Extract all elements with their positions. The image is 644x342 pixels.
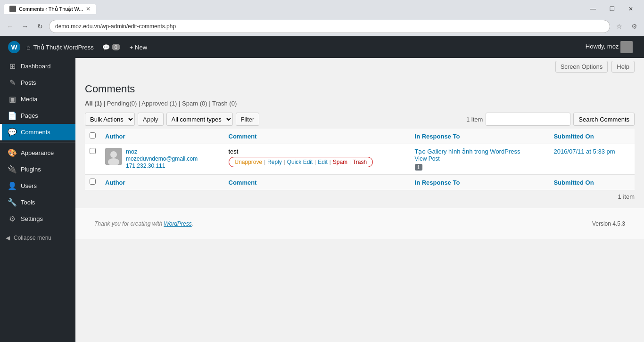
sidebar-item-settings[interactable]: ⚙ Settings: [0, 211, 75, 227]
col-submitted-header[interactable]: Submitted On: [549, 129, 635, 144]
filter-all-link[interactable]: All (1): [85, 100, 104, 107]
bookmark-button[interactable]: ☆: [613, 20, 625, 33]
footer-version: Version 4.5.3: [583, 213, 635, 235]
row-checkbox[interactable]: [90, 148, 96, 154]
browser-tab[interactable]: Comments ‹ Thủ Thuật W... ✕: [4, 4, 96, 14]
view-post-link[interactable]: View Post: [415, 155, 440, 162]
select-all-checkbox[interactable]: [90, 132, 96, 138]
footer-select-all-checkbox[interactable]: [90, 179, 96, 185]
comment-type-select[interactable]: All comment types: [166, 113, 233, 126]
howdy-text: Howdy, moz: [586, 43, 619, 50]
bulk-actions-select[interactable]: Bulk Actions: [85, 113, 135, 126]
tab-title: Comments ‹ Thủ Thuật W...: [19, 6, 83, 12]
trash-link[interactable]: Trash: [351, 159, 369, 165]
table-body: moz mozeduvndemo@gmail.com 171.232.30.11…: [85, 144, 635, 175]
response-title-link[interactable]: Tạo Gallery hình ảnh trong WordPress: [415, 148, 520, 155]
admin-bar-new[interactable]: + New: [125, 44, 152, 51]
edit-link[interactable]: Edit: [316, 159, 330, 165]
url-bar[interactable]: demo.moz.edu.vn/wp-admin/edit-comments.p…: [49, 20, 610, 33]
sidebar-item-users[interactable]: 👤 Users: [0, 178, 75, 194]
settings-icon: ⚙: [8, 214, 17, 223]
footer-col-author[interactable]: Author: [100, 175, 224, 190]
admin-bar-site[interactable]: ⌂ Thủ Thuật WordPress: [23, 43, 98, 51]
admin-bar-comments[interactable]: 💬 0: [98, 44, 125, 51]
sidebar-item-media[interactable]: ▣ Media: [0, 91, 75, 107]
footer-note: Thank you for creating with WordPress.: [85, 213, 203, 235]
author-info: moz mozeduvndemo@gmail.com 171.232.30.11…: [105, 148, 219, 169]
help-button[interactable]: Help: [611, 61, 635, 73]
quick-edit-link[interactable]: Quick Edit: [285, 159, 315, 165]
sep1: |: [104, 100, 107, 107]
site-name: Thủ Thuật WordPress: [33, 44, 93, 51]
filter-pending-link[interactable]: Pending(0): [107, 100, 139, 107]
author-name-link[interactable]: moz: [126, 148, 138, 155]
sidebar-menu: ⊞ Dashboard ✎ Posts ▣ Media 📄 Pages 💬 Co…: [0, 58, 75, 227]
url-text: demo.moz.edu.vn/wp-admin/edit-comments.p…: [55, 23, 604, 30]
comment-icon: 💬: [102, 44, 110, 51]
content-area: Comments All (1) | Pending(0) | Approved…: [75, 75, 644, 208]
comment-count-badge: 0: [112, 44, 120, 50]
back-button[interactable]: ←: [4, 20, 16, 33]
apply-button[interactable]: Apply: [138, 113, 164, 126]
author-details: moz mozeduvndemo@gmail.com 171.232.30.11…: [126, 148, 198, 169]
collapse-arrow-icon: ◀: [6, 235, 10, 241]
filter-button[interactable]: Filter: [236, 113, 260, 126]
filter-trash-link[interactable]: Trash (0): [212, 100, 237, 107]
users-icon: 👤: [8, 181, 17, 190]
comments-icon: 💬: [8, 128, 17, 137]
sidebar-item-label: Settings: [21, 215, 43, 222]
filter-approved-link[interactable]: Approved (1): [141, 100, 179, 107]
sidebar-item-appearance[interactable]: 🎨 Appearance: [0, 145, 75, 161]
author-avatar: [105, 148, 122, 165]
minimize-button[interactable]: —: [584, 3, 603, 15]
table-header: Author Comment In Response To Submitted …: [85, 129, 635, 144]
wp-link[interactable]: WordPress: [164, 220, 191, 227]
reply-link[interactable]: Reply: [265, 159, 284, 165]
footer-col-submitted[interactable]: Submitted On: [549, 175, 635, 190]
window-controls: — ❐ ✕: [584, 3, 640, 15]
browser-titlebar: Comments ‹ Thủ Thuật W... ✕ — ❐ ✕: [0, 0, 644, 18]
sidebar: ⊞ Dashboard ✎ Posts ▣ Media 📄 Pages 💬 Co…: [0, 58, 75, 342]
forward-button[interactable]: →: [19, 20, 31, 33]
col-author-header[interactable]: Author: [100, 129, 224, 144]
sidebar-item-comments[interactable]: 💬 Comments: [0, 124, 75, 140]
admin-bar: W ⌂ Thủ Thuật WordPress 💬 0 + New Howdy,…: [0, 36, 644, 58]
sidebar-item-pages[interactable]: 📄 Pages: [0, 107, 75, 124]
tools-icon: 🔧: [8, 198, 17, 207]
collapse-menu-label: Collapse menu: [14, 235, 51, 241]
browser-chrome: Comments ‹ Thủ Thuật W... ✕ — ❐ ✕ ← → ↻ …: [0, 0, 644, 36]
wp-logo[interactable]: W: [6, 39, 23, 56]
sidebar-item-label: Media: [21, 96, 37, 103]
tab-favicon: [9, 6, 16, 12]
col-checkbox: [85, 129, 100, 144]
author-email-link[interactable]: mozeduvndemo@gmail.com: [126, 155, 198, 162]
new-label: + New: [130, 44, 147, 51]
dashboard-icon: ⊞: [8, 62, 17, 71]
collapse-menu[interactable]: ◀ Collapse menu: [0, 231, 75, 245]
spam-link[interactable]: Spam: [331, 159, 349, 165]
reload-button[interactable]: ↻: [34, 20, 46, 33]
sidebar-item-posts[interactable]: ✎ Posts: [0, 74, 75, 91]
extensions-button[interactable]: ⚙: [628, 20, 640, 33]
submitted-date: 2016/07/11 at 5:33 pm: [553, 148, 615, 155]
filter-spam-link[interactable]: Spam (0): [182, 100, 209, 107]
comment-cell: test Unapprove | Reply | Quick Edit | Ed…: [224, 144, 410, 175]
col-comment-header: Comment: [224, 129, 410, 144]
maximize-button[interactable]: ❐: [603, 3, 621, 15]
unapprove-link[interactable]: Unapprove: [233, 159, 264, 165]
footer-col-response[interactable]: In Response To: [410, 175, 549, 190]
screen-options-button[interactable]: Screen Options: [555, 61, 608, 73]
sidebar-item-label: Plugins: [21, 166, 41, 173]
comments-table: Author Comment In Response To Submitted …: [85, 129, 635, 190]
sidebar-item-dashboard[interactable]: ⊞ Dashboard: [0, 58, 75, 74]
search-input[interactable]: [486, 113, 570, 126]
col-response-header[interactable]: In Response To: [410, 129, 549, 144]
sidebar-item-plugins[interactable]: 🔌 Plugins: [0, 161, 75, 178]
search-comments-button[interactable]: Search Comments: [573, 113, 635, 126]
sidebar-item-tools[interactable]: 🔧 Tools: [0, 194, 75, 211]
tab-close-button[interactable]: ✕: [86, 6, 91, 12]
sidebar-item-label: Dashboard: [21, 63, 51, 70]
sidebar-item-label: Posts: [21, 79, 36, 86]
author-ip-link[interactable]: 171.232.30.111: [126, 163, 165, 169]
close-button[interactable]: ✕: [621, 3, 640, 15]
